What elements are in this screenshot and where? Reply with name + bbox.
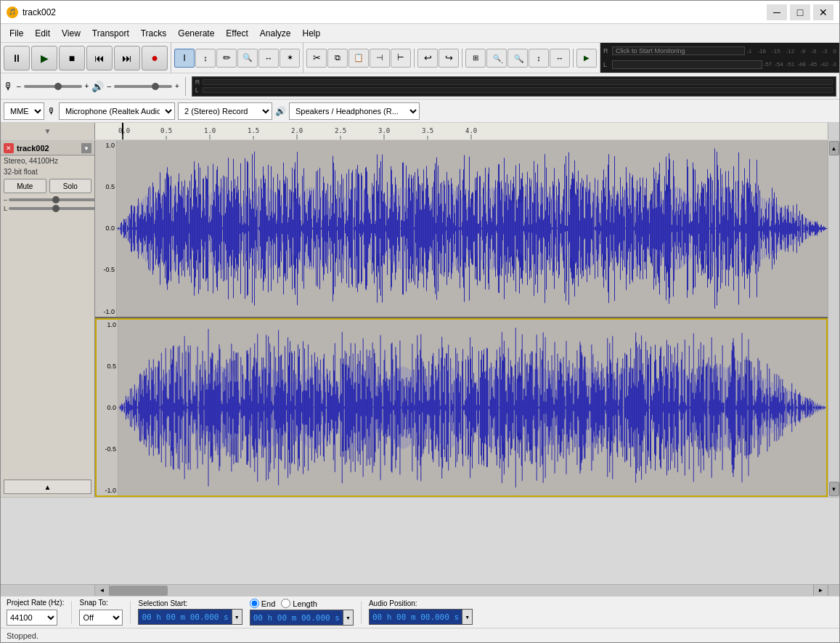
stop-button[interactable]: ■ xyxy=(59,46,85,70)
menu-help[interactable]: Help xyxy=(297,26,327,41)
db-1.0-bot: 1.0 xyxy=(98,321,116,328)
input-device-select[interactable]: Microphone (Realtek Audio) xyxy=(59,102,175,120)
selection-start-input[interactable]: 00 h 00 m 00.000 s xyxy=(138,609,232,625)
mic-icon: 🎙 xyxy=(4,81,14,92)
move-tool[interactable]: ↔ xyxy=(258,49,279,68)
track-header: ✕ track002 ▼ xyxy=(1,140,94,155)
track-collapse-button[interactable]: ▲ xyxy=(4,480,91,494)
scroll-left-button[interactable]: ◄ xyxy=(95,585,110,597)
record-button[interactable]: ● xyxy=(142,46,168,70)
fit-h-button[interactable]: ↔ xyxy=(550,49,570,68)
click-to-monitor[interactable]: Click to Start Monitoring xyxy=(612,46,745,55)
svg-text:0.0: 0.0 xyxy=(118,127,130,134)
length-radio[interactable] xyxy=(281,599,290,608)
end-time-dropdown[interactable]: ▼ xyxy=(343,610,354,626)
undo-button[interactable]: ↩ xyxy=(417,49,438,68)
status-bar: Stopped. xyxy=(1,628,839,642)
project-rate-select[interactable]: 44100 xyxy=(7,610,57,626)
pan-label-l: L xyxy=(4,205,7,212)
envelope-tool[interactable]: ↕ xyxy=(195,49,216,68)
multi-tool[interactable]: ✶ xyxy=(280,49,300,68)
svg-text:2.5: 2.5 xyxy=(335,127,346,134)
output-device-select[interactable]: Speakers / Headphones (R... xyxy=(289,102,420,120)
input-volume-slider[interactable] xyxy=(24,85,82,88)
pencil-tool[interactable]: ✏ xyxy=(216,49,237,68)
selection-start-dropdown[interactable]: ▼ xyxy=(232,609,242,625)
end-radio-label[interactable]: End xyxy=(250,599,276,608)
track-dropdown-button[interactable]: ▼ xyxy=(81,143,91,153)
fit-v-button[interactable]: ↕ xyxy=(529,49,549,68)
scroll-right-button[interactable]: ► xyxy=(813,585,828,597)
pause-button[interactable]: ⏸ xyxy=(4,46,30,70)
close-button[interactable]: ✕ xyxy=(813,4,833,20)
audio-position-dropdown[interactable]: ▼ xyxy=(462,609,473,625)
menu-generate[interactable]: Generate xyxy=(172,26,220,41)
zoom-sel-button[interactable]: ⊞ xyxy=(465,49,486,68)
window-title: track002 xyxy=(23,7,56,17)
cut-button[interactable]: ✂ xyxy=(306,49,327,68)
solo-button[interactable]: Solo xyxy=(49,179,92,193)
db-0.5-bot: 0.5 xyxy=(98,363,116,370)
length-radio-label[interactable]: Length xyxy=(281,599,317,608)
time-ruler: 0.0 0.5 1.0 1.5 2.0 2.5 3.0 3.5 4.0 xyxy=(95,123,828,139)
svg-text:3.0: 3.0 xyxy=(378,127,390,134)
pan-row: L R xyxy=(1,205,94,212)
end-time-input[interactable]: 00 h 00 m 00.000 s xyxy=(250,610,343,626)
db-n1.0-bot: -1.0 xyxy=(98,487,116,494)
h-scroll-thumb[interactable] xyxy=(110,586,168,596)
vertical-scrollbar[interactable]: ▲ ▼ xyxy=(828,140,839,497)
channels-select[interactable]: 2 (Stereo) Record xyxy=(178,102,272,120)
status-text: Stopped. xyxy=(7,631,38,640)
silence-button[interactable]: ⊢ xyxy=(391,49,411,68)
zoom-in-button[interactable]: 🔍+ xyxy=(507,49,528,68)
db-n0.5-bot: -0.5 xyxy=(98,445,116,453)
track-info-1: Stereo, 44100Hz xyxy=(1,155,94,166)
track-gain: – + xyxy=(1,195,94,205)
menu-file[interactable]: File xyxy=(4,26,29,41)
play-sel-button[interactable]: ▶ xyxy=(576,49,597,68)
select-tool[interactable]: I xyxy=(174,49,195,68)
menu-view[interactable]: View xyxy=(56,26,86,41)
audio-position-label: Audio Position: xyxy=(369,599,417,607)
menu-transport[interactable]: Transport xyxy=(86,26,135,41)
copy-button[interactable]: ⧉ xyxy=(327,49,348,68)
pan-slider[interactable] xyxy=(9,207,102,210)
horizontal-scrollbar-row: ◄ ► xyxy=(1,584,839,596)
mic-device-icon: 🎙 xyxy=(47,106,56,116)
menu-effect[interactable]: Effect xyxy=(220,26,253,41)
zoom-out-button[interactable]: 🔍- xyxy=(486,49,507,68)
db-0.0-top: 0.0 xyxy=(97,225,115,232)
trim-button[interactable]: ⊣ xyxy=(370,49,390,68)
snap-to-label: Snap To: xyxy=(79,599,107,607)
end-radio[interactable] xyxy=(250,599,259,608)
menu-tracks[interactable]: Tracks xyxy=(135,26,173,41)
db-0.0-bot: 0.0 xyxy=(98,404,116,411)
track-close-button[interactable]: ✕ xyxy=(4,143,14,153)
output-volume-slider[interactable] xyxy=(114,85,172,88)
title-bar: 🎵 track002 ─ □ ✕ xyxy=(1,1,839,24)
menu-edit[interactable]: Edit xyxy=(29,26,56,41)
db-0.5-top: 0.5 xyxy=(97,183,115,190)
waveform-bottom: 1.0 0.5 0.0 -0.5 -1.0 xyxy=(95,318,828,498)
project-rate-label: Project Rate (Hz): xyxy=(7,599,64,607)
maximize-button[interactable]: □ xyxy=(790,4,810,20)
audio-position-input[interactable]: 00 h 00 m 00.000 s xyxy=(369,609,462,625)
track-controls: Mute Solo xyxy=(1,177,94,195)
redo-button[interactable]: ↪ xyxy=(439,49,459,68)
skip-start-button[interactable]: ⏮ xyxy=(86,46,113,70)
gain-slider[interactable] xyxy=(9,198,102,201)
db-n1.0-top: -1.0 xyxy=(97,308,115,315)
window-controls: ─ □ ✕ xyxy=(767,4,833,20)
paste-button[interactable]: 📋 xyxy=(348,49,369,68)
svg-text:3.5: 3.5 xyxy=(422,127,433,134)
play-button[interactable]: ▶ xyxy=(31,46,57,70)
menu-bar: File Edit View Transport Tracks Generate… xyxy=(1,24,839,43)
minimize-button[interactable]: ─ xyxy=(767,4,787,20)
zoom-tool-left[interactable]: 🔍 xyxy=(237,49,258,68)
svg-text:0.5: 0.5 xyxy=(160,127,172,134)
skip-end-button[interactable]: ⏭ xyxy=(114,46,140,70)
snap-to-select[interactable]: Off xyxy=(79,610,123,626)
mute-button[interactable]: Mute xyxy=(4,179,46,193)
api-select[interactable]: MME xyxy=(4,102,44,120)
menu-analyze[interactable]: Analyze xyxy=(254,26,297,41)
